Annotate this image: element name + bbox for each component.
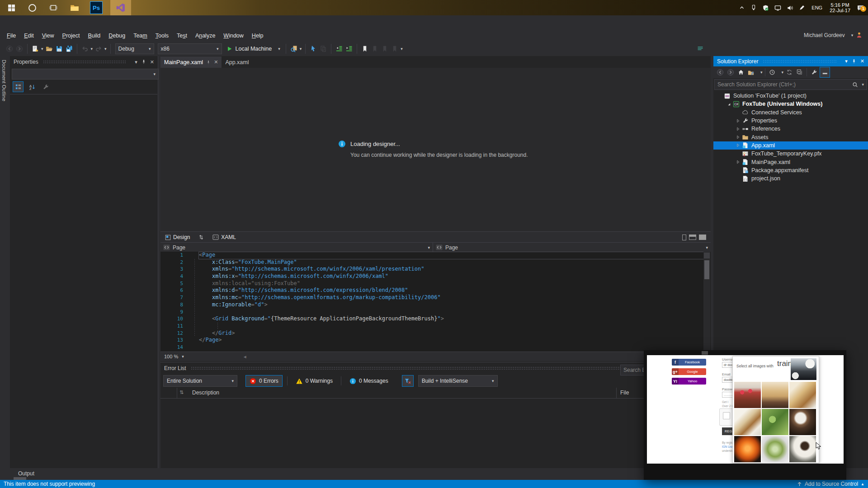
save-all-button[interactable] [66,45,73,52]
code-line-13[interactable]: 13</Page> [160,337,711,344]
outdent-button[interactable] [335,45,343,52]
solution-explorer-title[interactable]: Solution Explorer ▾ ✕ [713,56,868,66]
switch-views-button[interactable] [746,67,756,77]
chevron-down-icon[interactable]: ▾ [104,47,107,51]
menu-tools[interactable]: Tools [151,31,173,41]
tray-clock[interactable]: 5:16 PM22-Jul-17 [830,2,850,13]
user-account[interactable]: Michael Gordeev ▾ [804,32,863,38]
menu-file[interactable]: File [3,31,20,41]
social-login-facebook[interactable]: fFacebook [672,359,706,366]
intellitrace-options-button[interactable] [697,45,704,52]
code-line-3[interactable]: 3 xmlns="http://schemas.microsoft.com/wi… [160,266,711,273]
captcha-tile-dessert[interactable] [762,382,788,408]
add-to-source-control[interactable]: Add to Source Control ▲ [797,481,864,487]
captcha-tile-pancakes[interactable] [789,382,816,408]
scope-combo[interactable]: Entire Solution▾ [163,375,237,387]
code-line-6[interactable]: 6 xmlns:d="http://schemas.microsoft.com/… [160,287,711,294]
document-outline-tab[interactable]: Document Outline [0,56,10,468]
warnings-filter-button[interactable]: 0 Warnings [292,375,336,386]
chevron-down-icon[interactable]: ▾ [706,245,708,250]
avatar[interactable] [856,32,863,38]
vertical-split-button[interactable] [682,235,686,240]
close-icon[interactable]: ✕ [860,58,864,64]
captcha-tile-beans[interactable] [789,409,816,435]
menu-project[interactable]: Project [58,31,84,41]
nav-back-button[interactable] [6,45,13,52]
code-line-8[interactable]: 8 mc:Ignorable="d"> [160,301,711,309]
sync-with-active-document-button[interactable] [784,67,794,77]
captcha-tile-breakfast[interactable] [734,409,761,435]
tree-item-package-appxmanifest[interactable]: Package.appxmanifest [713,166,868,174]
undo-button[interactable] [81,45,89,52]
code-line-4[interactable]: 4 xmlns:x="http://schemas.microsoft.com/… [160,273,711,280]
tray-notifications-icon[interactable]: 1 [857,4,864,12]
breadcrumb-element[interactable]: Page [445,244,458,251]
toggle-bookmark-button[interactable] [361,45,368,52]
xaml-code-editor[interactable]: 1<Page2 x:Class="FoxTube.MainPage"3 xmln… [160,252,711,352]
tree-item-solution-foxtube-1-project[interactable]: Solution 'FoxTube' (1 project) [713,92,868,100]
tab-app-xaml[interactable]: App.xaml [222,56,252,68]
filter-button[interactable] [402,375,414,387]
preview-selected-items-button[interactable] [820,67,830,78]
chevron-down-icon[interactable]: ▾ [428,245,430,250]
tree-item-foxtube-universal-windows[interactable]: C#FoxTube (Universal Windows) [713,100,868,108]
save-button[interactable] [56,45,63,52]
menu-debug[interactable]: Debug [104,31,129,41]
code-line-2[interactable]: 2 x:Class="FoxTube.MainPage" [160,259,711,266]
pending-changes-filter-button[interactable] [768,67,777,77]
redo-button[interactable] [95,45,102,52]
forward-button[interactable] [726,67,735,77]
user-name[interactable]: Michael Gordeev [804,32,845,38]
new-project-button[interactable] [32,45,39,52]
output-tab[interactable]: Output [18,470,34,477]
code-line-10[interactable]: 10 <Grid Background="{ThemeResource Appl… [160,315,711,323]
tray-chevron-up-icon[interactable] [739,5,745,11]
social-login-yahoo[interactable]: Y!Yahoo [672,378,706,385]
taskbar-app-visual-studio[interactable] [110,0,131,15]
captcha-tile-coffee[interactable] [789,436,816,462]
taskbar-app-cortana[interactable] [22,0,42,15]
navigate-backward-cursor-button[interactable] [310,45,317,52]
next-bookmark-button[interactable] [381,45,388,52]
properties-panel-title[interactable]: Properties ▾ ✕ [10,56,158,68]
tab-mainpage-xaml[interactable]: MainPage.xaml ✕ [160,56,222,68]
platform-combo[interactable]: x86▾ [158,43,222,54]
chevron-down-icon[interactable]: ▾ [862,82,864,87]
menu-build[interactable]: Build [84,31,105,41]
tree-item-references[interactable]: References [713,125,868,133]
code-line-5[interactable]: 5 xmlns:local="using:FoxTube" [160,280,711,287]
find-in-files-button[interactable] [290,45,297,52]
tree-item-foxtube-temporarykey-pfx[interactable]: FoxTube_TemporaryKey.pfx [713,150,868,158]
close-icon[interactable]: ✕ [150,59,154,65]
breadcrumb-left[interactable]: Page ▾ [160,243,433,252]
chevron-down-icon[interactable]: ▾ [182,354,184,359]
menu-help[interactable]: Help [248,31,268,41]
chevron-down-icon[interactable]: ▾ [300,47,302,51]
tray-defender-shield-icon[interactable] [762,5,769,11]
hscroll-left-arrow[interactable]: ◄ [243,354,247,359]
zoom-level[interactable]: 100 % [164,354,178,359]
open-file-button[interactable] [46,45,53,52]
expander-icon[interactable] [725,102,732,107]
chevron-down-icon[interactable]: ▾ [401,47,403,51]
menu-analyze[interactable]: Analyze [191,31,219,41]
taskbar-app-start[interactable] [1,0,22,15]
solution-explorer-search-input[interactable]: Search Solution Explorer (Ctrl+;) ▾ [714,79,867,90]
categorized-view-button[interactable] [13,81,24,92]
tree-item-app-xaml[interactable]: App.xaml [713,141,868,150]
expander-icon[interactable] [734,118,741,123]
pin-icon[interactable] [141,59,146,65]
captcha-tile-saladbowl[interactable] [762,436,788,462]
horizontal-split-button[interactable] [689,235,696,240]
window-position-icon[interactable]: ▾ [135,59,137,65]
menu-team[interactable]: Team [129,31,151,41]
tray-language[interactable]: ENG [811,5,822,10]
pin-icon[interactable] [851,59,857,64]
tree-item-project-json[interactable]: {}project.json [713,174,868,183]
menu-test[interactable]: Test [173,31,191,41]
chevron-down-icon[interactable]: ▾ [41,47,43,51]
tray-volume-icon[interactable] [787,5,793,11]
filter-mode-combo[interactable]: Build + IntelliSense▾ [418,375,498,387]
messages-filter-button[interactable]: 0 Messages [346,375,392,386]
code-line-7[interactable]: 7 xmlns:mc="http://schemas.openxmlformat… [160,294,711,301]
